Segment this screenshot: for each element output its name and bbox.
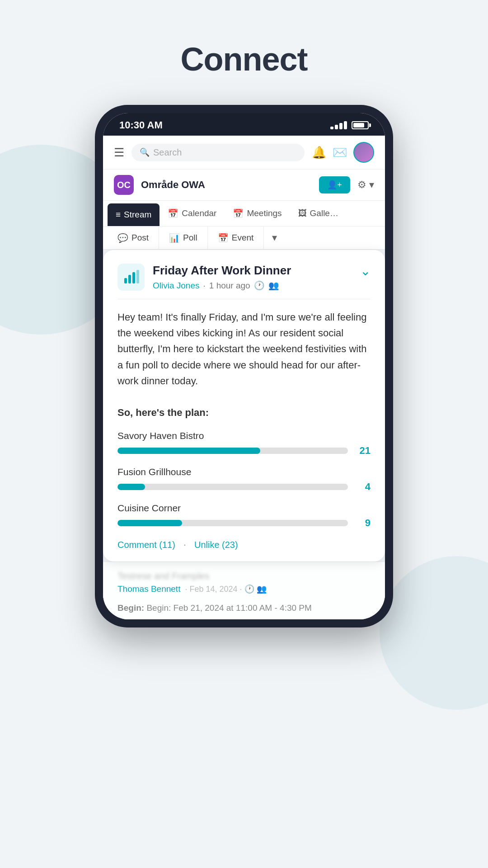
poll-bar-fill-1	[117, 448, 260, 454]
peek-begin: Begin: Begin: Feb 21, 2024 at 11:00 AM -…	[117, 597, 371, 619]
poll-bar-row-3: 9	[117, 517, 371, 529]
content-area: Friday After Work Dinner Olivia Jones · …	[103, 250, 385, 619]
page-title: Connect	[0, 0, 488, 78]
group-header: OC Område OWA 👤+ ⚙ ▾	[103, 170, 385, 201]
poll-bar-bg-1	[117, 448, 348, 454]
svg-rect-3	[136, 270, 139, 283]
poll-bar-fill-3	[117, 520, 182, 526]
post-meta: Friday After Work Dinner Olivia Jones · …	[153, 264, 352, 291]
event-icon: 📅	[218, 233, 229, 243]
search-bar[interactable]: 🔍 Search	[131, 144, 305, 161]
poll-count-1: 21	[354, 445, 371, 457]
post-button[interactable]: 💬 Post	[108, 226, 159, 249]
post-time: 1 hour ago	[209, 281, 250, 291]
post-chevron-icon[interactable]: ⌄	[360, 264, 371, 278]
poll-option-2[interactable]: Fusion Grillhouse 4	[117, 467, 371, 493]
peek-date: · Feb 14, 2024 · 🕐 👥	[185, 584, 266, 594]
poll-count-2: 4	[354, 481, 371, 493]
phone-wrapper: 10:30 AM ☰ 🔍	[0, 105, 488, 627]
poll-option-1-label: Savory Haven Bistro	[117, 430, 371, 441]
join-icon: 👤+	[327, 180, 342, 190]
battery-icon	[352, 121, 369, 129]
tab-stream-label: Stream	[124, 210, 151, 220]
post-divider	[117, 299, 371, 299]
more-button[interactable]: ▾	[264, 226, 285, 249]
poll-label: Poll	[183, 233, 197, 243]
tab-calendar[interactable]: 📅 Calendar	[160, 201, 225, 226]
settings-icon[interactable]: ⚙ ▾	[357, 179, 374, 191]
tab-gallery[interactable]: 🖼 Galle…	[290, 201, 347, 226]
tab-stream[interactable]: ≡ Stream	[108, 203, 160, 226]
post-type-icon	[117, 264, 145, 291]
action-bar: 💬 Post 📊 Poll 📅 Event ▾	[103, 226, 385, 250]
comment-link[interactable]: Comment (11)	[117, 540, 175, 550]
post-subtitle: Olivia Jones · 1 hour ago 🕐 👥	[153, 280, 352, 291]
phone-frame: 10:30 AM ☰ 🔍	[95, 105, 393, 627]
mail-icon[interactable]: ✉️	[333, 146, 347, 160]
tab-meetings-label: Meetings	[247, 208, 282, 218]
post-plan-label: So, here's the plan:	[117, 405, 371, 420]
poll-button[interactable]: 📊 Poll	[159, 226, 208, 249]
post-body: Hey team! It's finally Friday, and I'm s…	[117, 309, 371, 420]
poll-option-2-label: Fusion Grillhouse	[117, 467, 371, 477]
stream-icon: ≡	[116, 210, 121, 220]
group-logo: OC	[114, 175, 134, 195]
post-header: Friday After Work Dinner Olivia Jones · …	[117, 264, 371, 291]
poll-bar-bg-2	[117, 484, 348, 490]
bell-icon[interactable]: 🔔	[312, 146, 326, 160]
post-title-text: Friday After Work Dinner	[153, 264, 352, 278]
svg-rect-2	[132, 272, 135, 283]
post-label: Post	[131, 233, 149, 243]
event-button[interactable]: 📅 Event	[208, 226, 264, 249]
clock-icon: 🕐	[254, 280, 265, 291]
gallery-icon: 🖼	[298, 208, 307, 218]
app-header: ☰ 🔍 Search 🔔 ✉️	[103, 136, 385, 170]
event-label: Event	[232, 233, 254, 243]
hamburger-icon[interactable]: ☰	[114, 146, 124, 158]
post-separator: ·	[203, 281, 206, 291]
poll-bar-bg-3	[117, 520, 348, 526]
nav-tabs: ≡ Stream 📅 Calendar 📅 Meetings 🖼 Galle…	[103, 201, 385, 226]
poll-icon: 📊	[169, 233, 180, 243]
peek-author: Thomas Bennett	[117, 584, 180, 594]
poll-count-3: 9	[354, 517, 371, 529]
calendar-icon: 📅	[168, 208, 178, 219]
status-bar: 10:30 AM	[103, 113, 385, 136]
poll-bar-row-1: 21	[117, 445, 371, 457]
tab-gallery-label: Galle…	[310, 208, 338, 218]
post-actions: Comment (11) · Unlike (23)	[117, 539, 371, 551]
signal-icon	[330, 121, 347, 129]
poll-option-3[interactable]: Cuisine Corner 9	[117, 503, 371, 529]
post-icon: 💬	[117, 233, 128, 243]
tab-meetings[interactable]: 📅 Meetings	[225, 201, 290, 226]
search-placeholder-text: Search	[153, 147, 182, 158]
svg-rect-0	[124, 278, 127, 283]
group-name: Område OWA	[141, 179, 312, 191]
avatar[interactable]	[353, 142, 374, 163]
post-body-text: Hey team! It's finally Friday, and I'm s…	[117, 309, 371, 389]
action-dot: ·	[183, 539, 186, 551]
poll-options: Savory Haven Bistro 21 Fusion Grillhouse	[117, 430, 371, 529]
poll-bar-row-2: 4	[117, 481, 371, 493]
unlike-link[interactable]: Unlike (23)	[194, 540, 238, 550]
join-button[interactable]: 👤+	[319, 176, 350, 193]
post-card: Friday After Work Dinner Olivia Jones · …	[103, 250, 385, 561]
poll-bar-fill-2	[117, 484, 145, 490]
tab-calendar-label: Calendar	[182, 208, 216, 218]
status-icons	[330, 121, 369, 129]
phone-screen: 10:30 AM ☰ 🔍	[103, 113, 385, 619]
bottom-peek-card: Testrese and Framples Thomas Bennett · F…	[103, 561, 385, 619]
search-icon: 🔍	[140, 147, 150, 157]
audience-icon: 👥	[268, 280, 279, 291]
header-icons: 🔔 ✉️	[312, 142, 374, 163]
poll-option-3-label: Cuisine Corner	[117, 503, 371, 514]
svg-rect-1	[128, 275, 131, 283]
poll-option-1[interactable]: Savory Haven Bistro 21	[117, 430, 371, 457]
status-time: 10:30 AM	[119, 119, 163, 131]
peek-title: Testrese and Framples	[117, 571, 371, 581]
meetings-icon: 📅	[233, 208, 244, 219]
post-author[interactable]: Olivia Jones	[153, 281, 200, 291]
